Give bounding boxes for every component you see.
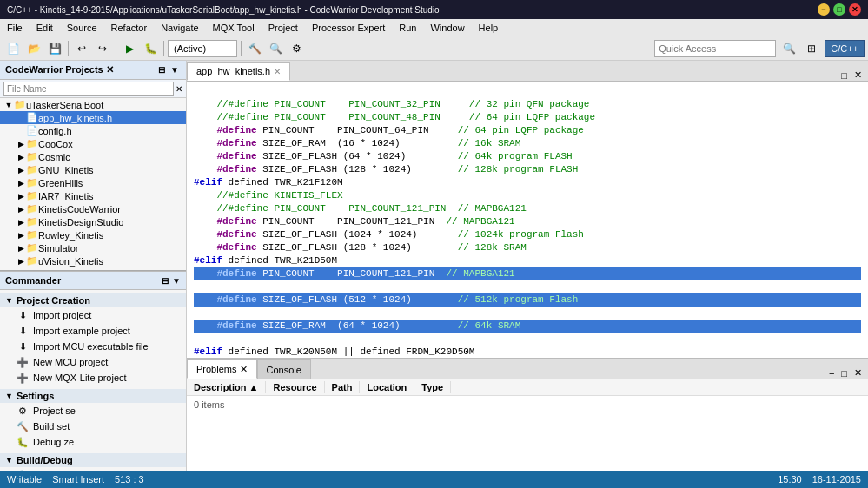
main-area: CodeWarrior Projects ✕ ⊟ ▼ ✕ ▼📁uTaskerSe… xyxy=(0,61,868,471)
editor-tab-close-icon[interactable]: ✕ xyxy=(274,67,281,76)
column-location: Location xyxy=(360,381,414,393)
status-insert-mode: Smart Insert xyxy=(52,474,104,485)
save-button[interactable]: 💾 xyxy=(45,39,64,58)
quick-access-input[interactable] xyxy=(654,40,776,57)
tree-item-kinetisdesignstudio[interactable]: ▶📁KinetisDesignStudio xyxy=(0,215,186,228)
active-config-label: (Active) xyxy=(168,40,237,57)
menu-item-source[interactable]: Source xyxy=(60,21,104,35)
file-tree: ▼📁uTaskerSerialBoot📄app_hw_kinetis.h📄con… xyxy=(0,98,186,267)
search-button[interactable]: 🔍 xyxy=(266,39,285,58)
tree-arrow-icon: ▶ xyxy=(16,140,26,148)
commander-item-0-2[interactable]: ⬇Import MCU executable file xyxy=(0,339,186,354)
collapse-all-icon[interactable]: ⊟ xyxy=(156,64,167,76)
tree-arrow-icon: ▶ xyxy=(16,205,26,214)
tree-file-icon: 📁 xyxy=(26,190,38,201)
maximize-editor-icon[interactable]: □ xyxy=(838,70,850,81)
tab-problems-label: Problems ✕ xyxy=(196,364,248,375)
bottom-maximize-icon[interactable]: □ xyxy=(838,368,850,379)
tree-file-icon: 📁 xyxy=(26,203,38,214)
tree-arrow-icon: ▶ xyxy=(16,166,26,175)
tree-item-label: uTaskerSerialBoot xyxy=(26,100,186,110)
tree-file-icon: 📄 xyxy=(26,125,38,136)
open-button[interactable]: 📂 xyxy=(24,39,43,58)
commander-item-1-2[interactable]: 🐛Debug ze xyxy=(0,434,186,450)
tree-file-icon: 📄 xyxy=(26,112,38,123)
bottom-close-icon[interactable]: ✕ xyxy=(851,367,865,379)
commander-menu-icon[interactable]: ▼ xyxy=(172,276,181,286)
window-controls: − □ ✕ xyxy=(818,3,861,16)
settings-button[interactable]: ⚙ xyxy=(287,39,306,58)
menu-item-file[interactable]: File xyxy=(0,21,30,35)
language-button[interactable]: C/C++ xyxy=(825,40,865,57)
tree-item-utaskerserialboot[interactable]: ▼📁uTaskerSerialBoot xyxy=(0,98,186,111)
menu-item-window[interactable]: Window xyxy=(423,21,471,35)
tree-item-uvision_kinetis[interactable]: ▶📁uVision_Kinetis xyxy=(0,254,186,267)
undo-button[interactable]: ↩ xyxy=(72,39,91,58)
tree-item-kinetiscodewarrior[interactable]: ▶📁KinetisCodeWarrior xyxy=(0,202,186,215)
commander-minimize-icon[interactable]: ⊟ xyxy=(162,276,169,286)
commander-item-0-4[interactable]: ➕New MQX-Lite project xyxy=(0,370,186,386)
minimize-editor-icon[interactable]: − xyxy=(826,70,837,81)
tree-item-cosmic[interactable]: ▶📁Cosmic xyxy=(0,150,186,163)
cmd-item-label: New MCU project xyxy=(33,357,108,367)
tree-item-app_hw_kinetis.h[interactable]: 📄app_hw_kinetis.h xyxy=(0,111,186,124)
commander-section-1: ▼Settings⚙Project se🔨Build set🐛Debug ze xyxy=(0,387,186,452)
bottom-minimize-icon[interactable]: − xyxy=(826,368,837,379)
tree-file-icon: 📁 xyxy=(26,242,38,254)
menu-item-mqx-tool[interactable]: MQX Tool xyxy=(206,21,262,35)
commander-item-0-3[interactable]: ➕New MCU project xyxy=(0,354,186,370)
minimize-button[interactable]: − xyxy=(818,3,830,16)
panel-menu-icon[interactable]: ▼ xyxy=(169,64,181,76)
commander-item-1-1[interactable]: 🔨Build set xyxy=(0,419,186,434)
menu-item-project[interactable]: Project xyxy=(262,21,305,35)
menu-bar: FileEditSourceRefactorNavigateMQX ToolPr… xyxy=(0,19,868,36)
menu-item-run[interactable]: Run xyxy=(392,21,423,35)
status-writable: Writable xyxy=(7,474,42,485)
run-button[interactable]: ▶ xyxy=(120,39,139,58)
commander-item-0-0[interactable]: ⬇Import project xyxy=(0,307,186,323)
commander-header: Commander ⊟ ▼ xyxy=(0,271,186,290)
commander-section-header-2[interactable]: ▼Build/Debug xyxy=(0,453,186,467)
new-button[interactable]: 📄 xyxy=(3,39,23,58)
commander-panel: Commander ⊟ ▼ ▼Project Creation⬇Import p… xyxy=(0,271,186,471)
commander-section-header-1[interactable]: ▼Settings xyxy=(0,389,186,403)
menu-item-help[interactable]: Help xyxy=(472,21,506,35)
menu-item-refactor[interactable]: Refactor xyxy=(104,21,155,35)
build-button[interactable]: 🔨 xyxy=(245,39,264,58)
cmd-item-label: Import MCU executable file xyxy=(33,341,149,352)
tree-item-config.h[interactable]: 📄config.h xyxy=(0,124,186,137)
open-perspective-button[interactable]: ⊞ xyxy=(802,39,821,58)
tree-item-greenhills[interactable]: ▶📁GreenHills xyxy=(0,176,186,189)
menu-item-processor-expert[interactable]: Processor Expert xyxy=(305,21,392,35)
editor-tab-controls: − □ ✕ xyxy=(826,69,868,81)
tree-item-simulator[interactable]: ▶📁Simulator xyxy=(0,241,186,254)
column-path: Path xyxy=(325,381,361,393)
maximize-button[interactable]: □ xyxy=(833,3,845,16)
editor-tab-app-hw-kinetis[interactable]: app_hw_kinetis.h ✕ xyxy=(187,62,290,81)
commander-item-1-0[interactable]: ⚙Project se xyxy=(0,403,186,419)
tab-problems[interactable]: Problems ✕ xyxy=(187,359,257,379)
tree-item-gnu_kinetis[interactable]: ▶📁GNU_Kinetis xyxy=(0,163,186,176)
cmd-item-icon: ➕ xyxy=(16,355,30,369)
code-content[interactable]: //#define PIN_COUNT PIN_COUNT_32_PIN // … xyxy=(187,82,868,358)
menu-item-edit[interactable]: Edit xyxy=(30,21,60,35)
close-editor-icon[interactable]: ✕ xyxy=(851,69,865,81)
tree-item-rowley_kinetis[interactable]: ▶📁Rowley_Kinetis xyxy=(0,228,186,241)
tree-item-iar7_kinetis[interactable]: ▶📁IAR7_Kinetis xyxy=(0,189,186,202)
commander-item-0-1[interactable]: ⬇Import example project xyxy=(0,323,186,339)
redo-button[interactable]: ↪ xyxy=(93,39,112,58)
quick-access-search-icon[interactable]: 🔍 xyxy=(779,39,798,58)
tree-item-coocox[interactable]: ▶📁CooCox xyxy=(0,137,186,150)
title-bar: C/C++ - Kinetis_14-9-2015/Applications/u… xyxy=(0,0,868,19)
tree-item-label: IAR7_Kinetis xyxy=(38,191,186,201)
search-clear-icon[interactable]: ✕ xyxy=(176,84,182,94)
commander-section-header-0[interactable]: ▼Project Creation xyxy=(0,293,186,307)
debug-button[interactable]: 🐛 xyxy=(141,39,160,58)
close-button[interactable]: ✕ xyxy=(849,3,861,16)
file-name-search-input[interactable] xyxy=(3,82,174,96)
tab-console[interactable]: Console xyxy=(257,359,311,379)
cmd-item-icon: ➕ xyxy=(16,371,30,385)
menu-item-navigate[interactable]: Navigate xyxy=(154,21,205,35)
status-position: 513 : 3 xyxy=(115,474,144,485)
toolbar-separator-3 xyxy=(163,41,164,56)
